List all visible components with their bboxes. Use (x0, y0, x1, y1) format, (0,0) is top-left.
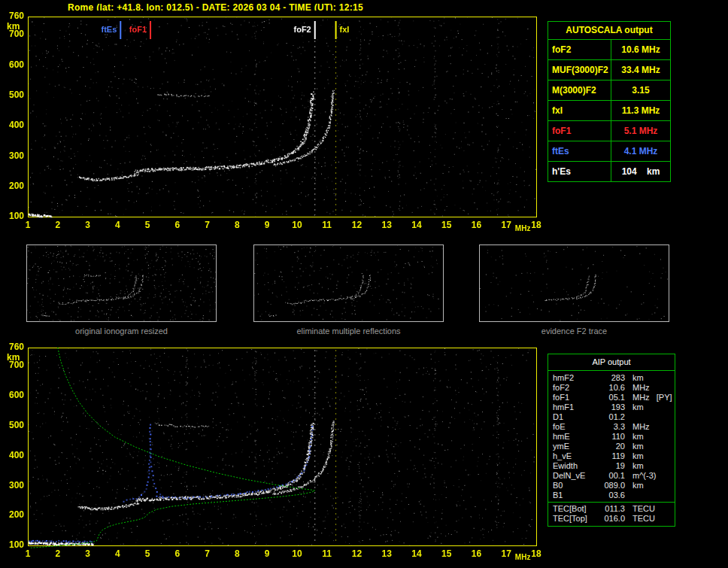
param-label: fxI (548, 101, 611, 120)
table-row: B1 03.6 (553, 491, 670, 500)
param-value: 19 (596, 461, 625, 471)
table-row: ftEs 4.1 MHz (548, 141, 670, 162)
aip-rows: hmF2 283 km foF2 10.6 MHz foF1 05.1 MHz … (548, 371, 675, 502)
table-row: foF1 05.1 MHz [PY] (553, 393, 670, 402)
table-row: M(3000)F2 3.15 (548, 80, 670, 101)
param-value: 05.1 (596, 393, 625, 402)
param-extra: [PY] (650, 393, 672, 402)
thumbnail-caption: original ionogram resized (26, 327, 217, 336)
param-label: TEC[Bot] (553, 504, 596, 514)
param-label: foF2 (548, 40, 611, 59)
thumbnail-original-ionogram (26, 245, 217, 322)
table-row: TEC[Top] 016.0 TECU (553, 514, 670, 524)
param-value: 104 km (611, 162, 670, 181)
param-value: 5.1 MHz (611, 121, 670, 141)
param-unit: km (625, 442, 648, 451)
param-extra (648, 402, 670, 412)
aip-table: AIP output hmF2 283 km foF2 10.6 MHz foF… (548, 354, 675, 527)
param-value: 4.1 MHz (611, 141, 670, 161)
param-label: hmF1 (553, 402, 596, 412)
param-unit: km (625, 432, 648, 442)
param-extra (650, 422, 672, 432)
param-unit: TECU (625, 514, 655, 524)
param-label: h_vE (553, 451, 596, 461)
param-label: foE (553, 422, 596, 432)
param-value: 193 (596, 402, 625, 412)
param-unit: km (625, 402, 648, 412)
param-unit (625, 491, 648, 500)
param-value: 011.3 (596, 504, 625, 514)
param-label: hmF2 (553, 373, 596, 383)
param-extra (650, 383, 672, 393)
param-extra (648, 412, 670, 422)
param-unit (625, 412, 648, 422)
table-row: DelN_vE 00.1 m^(-3) (553, 471, 670, 481)
param-extra (648, 481, 670, 491)
aip-tec-section: TEC[Bot] 011.3 TECU TEC[Top] 016.0 TECU (548, 502, 675, 526)
param-label: M(3000)F2 (548, 80, 611, 100)
table-row: B0 089.0 km (553, 481, 670, 491)
aip-table-title: AIP output (548, 354, 675, 371)
param-value: 10.6 MHz (611, 40, 670, 59)
autoscala-screen: Rome (lat: +41.8, lon: 012.5) - DATE: 20… (0, 0, 728, 568)
param-value: 110 (596, 432, 625, 442)
param-label: foF1 (553, 393, 596, 402)
table-row: foE 3.3 MHz (553, 422, 670, 432)
param-unit: km (625, 451, 648, 461)
table-row: foF2 10.6 MHz (548, 40, 670, 60)
top-ionogram-canvas (0, 11, 566, 237)
param-extra (655, 504, 678, 514)
param-unit: MHz (625, 383, 650, 393)
bottom-ionogram-canvas (0, 340, 566, 568)
table-row: fxI 11.3 MHz (548, 101, 670, 121)
table-row: h_vE 119 km (553, 451, 670, 461)
param-value: 01.2 (596, 412, 625, 422)
param-label: D1 (553, 412, 596, 422)
param-extra (648, 451, 670, 461)
param-unit: TECU (625, 504, 655, 514)
param-value: 016.0 (596, 514, 625, 524)
param-unit: km (625, 461, 648, 471)
param-unit: MHz (625, 393, 650, 402)
param-unit: km (625, 373, 648, 383)
autoscala-table: AUTOSCALA output foF2 10.6 MHz MUF(3000)… (548, 21, 671, 182)
param-unit: MHz (625, 422, 650, 432)
param-value: 00.1 (596, 471, 625, 481)
table-row: D1 01.2 (553, 412, 670, 422)
param-value: 20 (596, 442, 625, 451)
param-label: h'Es (548, 162, 611, 181)
param-label: ymE (553, 442, 596, 451)
thumbnail-caption: eliminate multiple reflections (253, 327, 444, 336)
param-value: 03.6 (596, 491, 625, 500)
param-label: hmE (553, 432, 596, 442)
param-value: 119 (596, 451, 625, 461)
table-row: Ewidth 19 km (553, 461, 670, 471)
param-value: 089.0 (596, 481, 625, 491)
table-row: foF1 5.1 MHz (548, 121, 670, 141)
param-label: B0 (553, 481, 596, 491)
table-row: TEC[Bot] 011.3 TECU (553, 504, 670, 514)
param-label: TEC[Top] (553, 514, 596, 524)
param-value: 33.4 MHz (611, 60, 670, 80)
table-row: ymE 20 km (553, 442, 670, 451)
param-label: B1 (553, 491, 596, 500)
param-value: 283 (596, 373, 625, 383)
thumbnail-f2-trace (479, 245, 669, 322)
autoscala-table-title: AUTOSCALA output (548, 22, 670, 40)
table-row: h'Es 104 km (548, 162, 670, 181)
param-extra (656, 471, 678, 481)
param-unit: m^(-3) (625, 471, 656, 481)
param-label: DelN_vE (553, 471, 596, 481)
table-row: foF2 10.6 MHz (553, 383, 670, 393)
thumbnail-eliminate-reflections (253, 245, 444, 322)
param-label: Ewidth (553, 461, 596, 471)
param-label: foF2 (553, 383, 596, 393)
thumbnail-caption: evidence F2 trace (479, 327, 669, 336)
param-extra (648, 432, 670, 442)
param-extra (655, 514, 678, 524)
param-label: ftEs (548, 141, 611, 161)
param-unit: km (625, 481, 648, 491)
param-value: 3.15 (611, 80, 670, 100)
param-extra (648, 461, 670, 471)
table-row: hmE 110 km (553, 432, 670, 442)
